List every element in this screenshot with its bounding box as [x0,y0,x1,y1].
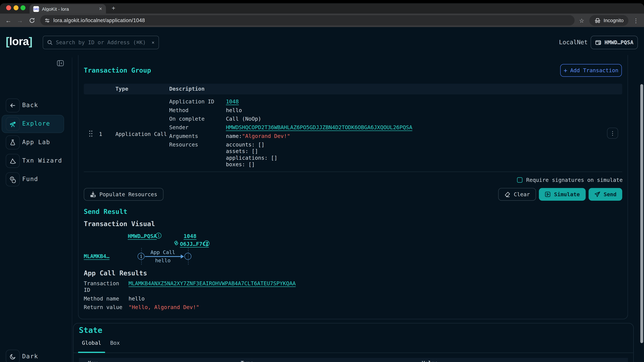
tab-global[interactable]: Global [78,340,105,346]
result-label: Method name [84,296,129,302]
search-placeholder: Search by ID or Address (⌘K) [56,39,152,45]
field-label: Application ID [169,98,226,105]
require-signatures-checkbox[interactable] [517,177,522,183]
link-chain-icon [173,240,179,246]
edge-start-node: 1 [138,253,144,260]
visual-app-link[interactable]: 1048 [184,233,196,239]
reload-icon[interactable] [29,17,35,23]
clear-button[interactable]: Clear [498,188,536,201]
state-title: State [79,326,102,335]
visual-sender-link[interactable]: HMWD…PQSA [128,233,157,239]
simulate-button[interactable]: Simulate [539,188,586,201]
add-transaction-button[interactable]: + Add Transaction [560,64,622,77]
transaction-id-link[interactable]: MLAMKB4ANXZ5NA2XY7ZNF3EAIROHVWPAB4A7CLT6… [129,280,296,294]
logo-bracket-left: [ [6,35,9,48]
field-value: Call (NoOp) [226,116,261,122]
result-row-txn-id: Transaction ID MLAMKB4ANXZ5NA2XY7ZNF3EAI… [84,280,296,294]
add-transaction-label: Add Transaction [570,67,618,73]
col-value: Value [422,360,438,362]
field-arguments: Arguments name: "Algorand Dev!" [169,133,600,139]
argument-name: name: [226,133,242,139]
action-buttons: Clear Simulate Send [498,188,622,201]
sidebar-item-explore[interactable]: Explore [0,117,72,131]
coins-icon [6,172,20,186]
row-divider [84,172,622,172]
edge-label-type: App Call [144,249,181,255]
minimize-window-button[interactable] [14,5,18,10]
field-label: Resources [169,142,226,168]
transaction-visual-title: Transaction Visual [84,220,155,228]
result-label: Transaction ID [84,280,129,294]
play-square-icon [545,191,551,197]
browser-tab[interactable]: [ak] AlgoKit - lora ✕ [30,4,106,13]
close-window-button[interactable] [6,5,11,10]
edge-label-method: hello [144,257,181,264]
simulate-label: Simulate [554,191,580,197]
back-icon[interactable]: ← [5,17,12,23]
transaction-group-card [78,55,628,319]
url-bar[interactable]: lora.algokit.io/localnet/application/104… [40,15,574,25]
site-info-icon[interactable] [44,17,50,23]
visual-txn-link[interactable]: MLAMKB4… [84,253,110,259]
require-signatures-label: Require signatures on simulate [526,177,623,183]
sidebar-collapse-icon[interactable] [57,59,64,67]
field-application-id: Application ID 1048 [169,98,600,105]
sidebar-item-label: App Lab [22,139,50,145]
return-value: "Hello, Algorand Dev!" [129,304,200,311]
flask-icon [6,135,20,149]
sidebar-item-fund[interactable]: Fund [0,172,72,186]
telescope-icon [6,117,20,131]
state-table-header: Key Type Value [79,358,628,362]
incognito-icon [594,17,601,23]
tab-close-icon[interactable]: ✕ [99,6,102,11]
col-description: Description [169,86,204,92]
field-label: Method [169,107,226,114]
sidebar-item-back[interactable]: Back [0,98,72,112]
sidebar-item-label: Txn Wizard [22,157,62,164]
send-label: Send [604,191,616,197]
application-id-link[interactable]: 1048 [226,98,239,105]
browser-menu-icon[interactable]: ⋮ [633,17,639,24]
sender-badge: 1 [156,233,161,239]
group-badge: 2 [204,241,210,246]
search-clear-icon[interactable]: ✕ [152,40,154,45]
scrollbar-thumb[interactable] [640,84,643,343]
sidebar-item-label: Dark [22,353,38,360]
field-label: Sender [169,124,226,131]
sidebar-item-dark[interactable]: Dark [0,350,72,362]
tab-box[interactable]: Box [105,340,125,346]
sidebar-item-app-lab[interactable]: App Lab [0,135,72,149]
plus-icon: + [564,67,567,74]
sender-address-link[interactable]: HMWDSHQCOPD2T36WBAHLAZ6PO5GDJJZBN4D2TODK… [226,124,412,131]
download-icon [90,191,96,197]
new-tab-button[interactable]: + [112,4,115,11]
network-label[interactable]: LocalNet [559,39,588,45]
row-menu-button[interactable]: ⋮ [607,128,618,139]
wizard-hat-icon [6,154,20,168]
send-plane-icon [594,191,600,197]
field-value: hello [226,107,242,114]
sidebar-item-txn-wizard[interactable]: Txn Wizard [0,154,72,168]
populate-resources-label: Populate Resources [100,191,157,197]
screenshot-stage: [ak] AlgoKit - lora ✕ + ← → lora.algokit… [0,0,644,362]
wallet-button[interactable]: HMWD…PQSA [591,36,638,49]
field-label: On complete [169,116,226,122]
send-button[interactable]: Send [588,188,622,201]
search-input[interactable]: Search by ID or Address (⌘K) ✕ [43,36,159,49]
app-call-results-title: App Call Results [84,269,147,277]
sidebar-item-label: Fund [22,176,38,182]
resource-boxes: boxes: [] [226,161,278,168]
result-row-method: Method name hello [84,296,296,302]
col-type: Type [241,360,254,362]
populate-resources-button[interactable]: Populate Resources [84,188,164,201]
bookmark-star-icon[interactable]: ☆ [579,17,584,24]
edge-end-node [184,253,192,260]
clear-label: Clear [514,191,530,197]
zoom-window-button[interactable] [20,5,25,10]
forward-icon[interactable]: → [17,17,23,23]
edge-arrowhead [181,254,184,258]
txn-table-header: Type Description [84,84,622,94]
field-resources: Resources accounts: [] assets: [] applic… [169,142,600,168]
drag-handle[interactable] [89,130,93,137]
col-key: Key [88,360,98,362]
